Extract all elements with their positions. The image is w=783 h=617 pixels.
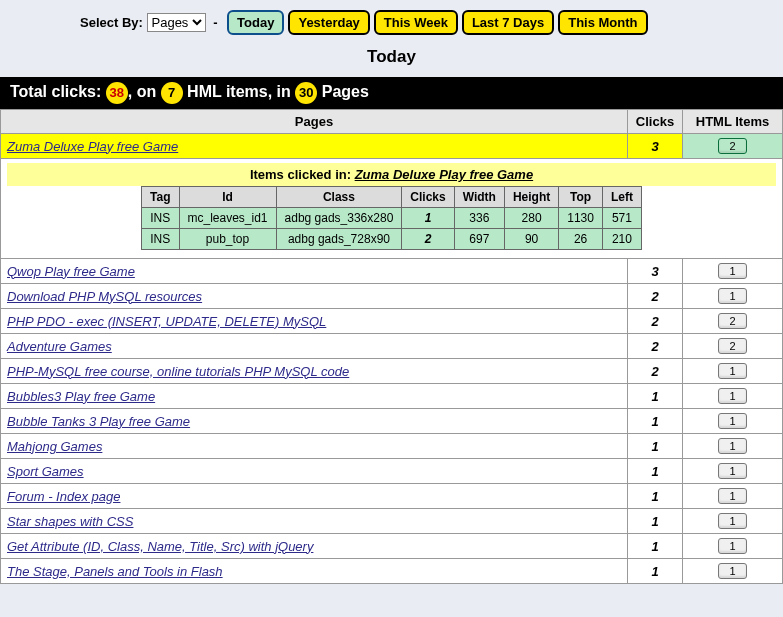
summary-mid2: HML items, in (187, 83, 291, 100)
table-row: Bubbles3 Play free Game11 (1, 384, 783, 409)
filter-bar: Select By: Pages - TodayYesterdayThis We… (0, 0, 783, 39)
summary-prefix: Total clicks: (10, 83, 101, 100)
expand-button[interactable]: 2 (718, 138, 746, 154)
expand-button[interactable]: 1 (718, 438, 746, 454)
page-link[interactable]: Star shapes with CSS (7, 514, 133, 529)
clicks-cell: 1 (628, 484, 683, 509)
pages-table: Pages Clicks HTML Items Zuma Deluxe Play… (0, 109, 783, 584)
expand-button[interactable]: 1 (718, 513, 746, 529)
inner-table: TagIdClassClicksWidthHeightTopLeftINSmc_… (141, 186, 642, 250)
page-link[interactable]: The Stage, Panels and Tools in Flash (7, 564, 223, 579)
table-row: Get Attribute (ID, Class, Name, Title, S… (1, 534, 783, 559)
page-link[interactable]: Bubble Tanks 3 Play free Game (7, 414, 190, 429)
table-row: Adventure Games22 (1, 334, 783, 359)
table-row: PHP-MySQL free course, online tutorials … (1, 359, 783, 384)
expand-button[interactable]: 1 (718, 363, 746, 379)
items-header: Items clicked in: Zuma Deluxe Play free … (7, 163, 776, 186)
clicks-cell: 1 (628, 384, 683, 409)
page-link[interactable]: Bubbles3 Play free Game (7, 389, 155, 404)
inner-col-height: Height (504, 187, 558, 208)
page-link[interactable]: Adventure Games (7, 339, 112, 354)
expand-button[interactable]: 1 (718, 488, 746, 504)
clicks-cell: 2 (628, 334, 683, 359)
inner-cell-clicks: 1 (402, 208, 454, 229)
summary-suffix: Pages (322, 83, 369, 100)
inner-cell-left: 210 (602, 229, 641, 250)
expand-button[interactable]: 1 (718, 538, 746, 554)
page-link[interactable]: Qwop Play free Game (7, 264, 135, 279)
table-row: Qwop Play free Game31 (1, 259, 783, 284)
filter-yesterday[interactable]: Yesterday (288, 10, 369, 35)
table-row: Zuma Deluxe Play free Game32 (1, 134, 783, 159)
inner-cell-clicks: 2 (402, 229, 454, 250)
inner-col-id: Id (179, 187, 276, 208)
page-link[interactable]: Download PHP MySQL resources (7, 289, 202, 304)
expand-button[interactable]: 1 (718, 388, 746, 404)
clicks-cell: 2 (628, 284, 683, 309)
page-link[interactable]: PHP PDO - exec (INSERT, UPDATE, DELETE) … (7, 314, 326, 329)
inner-row: INSmc_leaves_id1adbg gads_336x2801336280… (142, 208, 642, 229)
table-row: Bubble Tanks 3 Play free Game11 (1, 409, 783, 434)
total-clicks-badge: 38 (106, 82, 128, 104)
filter-this-week[interactable]: This Week (374, 10, 458, 35)
page-link[interactable]: Zuma Deluxe Play free Game (7, 139, 178, 154)
inner-cell-top: 26 (559, 229, 603, 250)
table-row: Mahjong Games11 (1, 434, 783, 459)
table-row: Star shapes with CSS11 (1, 509, 783, 534)
table-row: PHP PDO - exec (INSERT, UPDATE, DELETE) … (1, 309, 783, 334)
inner-col-clicks: Clicks (402, 187, 454, 208)
inner-cell-class: adbg gads_728x90 (276, 229, 402, 250)
inner-cell-width: 336 (454, 208, 504, 229)
summary-bar: Total clicks: 38, on 7 HML items, in 30 … (0, 77, 783, 109)
expand-button[interactable]: 1 (718, 263, 746, 279)
inner-col-top: Top (559, 187, 603, 208)
filter-this-month[interactable]: This Month (558, 10, 647, 35)
inner-cell-id: pub_top (179, 229, 276, 250)
page-link[interactable]: Forum - Index page (7, 489, 120, 504)
expand-button[interactable]: 1 (718, 463, 746, 479)
page-link[interactable]: Get Attribute (ID, Class, Name, Title, S… (7, 539, 313, 554)
clicks-cell: 2 (628, 359, 683, 384)
select-by-dropdown[interactable]: Pages (147, 13, 206, 32)
summary-mid1: , on (128, 83, 156, 100)
inner-col-tag: Tag (142, 187, 179, 208)
clicks-cell: 1 (628, 434, 683, 459)
inner-col-left: Left (602, 187, 641, 208)
inner-col-width: Width (454, 187, 504, 208)
clicks-cell: 3 (628, 259, 683, 284)
expand-button[interactable]: 1 (718, 413, 746, 429)
page-link[interactable]: Sport Games (7, 464, 84, 479)
clicks-cell: 3 (628, 134, 683, 159)
clicks-cell: 1 (628, 409, 683, 434)
filter-last-7-days[interactable]: Last 7 Days (462, 10, 554, 35)
separator: - (213, 15, 217, 30)
inner-cell-id: mc_leaves_id1 (179, 208, 276, 229)
col-html-items: HTML Items (683, 110, 783, 134)
total-pages-badge: 30 (295, 82, 317, 104)
inner-col-class: Class (276, 187, 402, 208)
col-clicks: Clicks (628, 110, 683, 134)
expand-button[interactable]: 1 (718, 288, 746, 304)
page-link[interactable]: Mahjong Games (7, 439, 102, 454)
clicks-cell: 1 (628, 559, 683, 584)
clicks-cell: 2 (628, 309, 683, 334)
table-row: The Stage, Panels and Tools in Flash11 (1, 559, 783, 584)
total-items-badge: 7 (161, 82, 183, 104)
inner-cell-top: 1130 (559, 208, 603, 229)
clicks-cell: 1 (628, 534, 683, 559)
expand-button[interactable]: 1 (718, 563, 746, 579)
expanded-items: Items clicked in: Zuma Deluxe Play free … (1, 159, 783, 259)
inner-cell-height: 90 (504, 229, 558, 250)
inner-cell-class: adbg gads_336x280 (276, 208, 402, 229)
inner-cell-height: 280 (504, 208, 558, 229)
inner-cell-width: 697 (454, 229, 504, 250)
page-link[interactable]: PHP-MySQL free course, online tutorials … (7, 364, 349, 379)
expand-button[interactable]: 2 (718, 313, 746, 329)
inner-cell-tag: INS (142, 208, 179, 229)
clicks-cell: 1 (628, 459, 683, 484)
col-pages: Pages (1, 110, 628, 134)
clicks-cell: 1 (628, 509, 683, 534)
filter-today[interactable]: Today (227, 10, 284, 35)
table-row: Forum - Index page11 (1, 484, 783, 509)
expand-button[interactable]: 2 (718, 338, 746, 354)
